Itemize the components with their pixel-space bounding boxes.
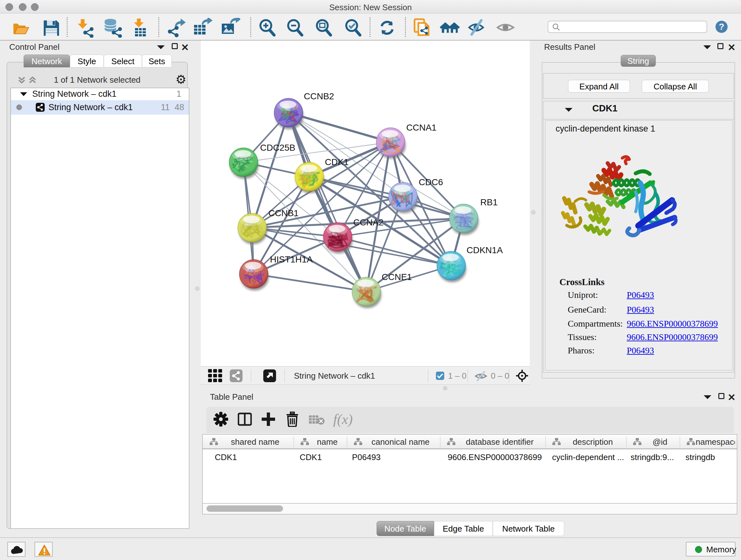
svg-text:CCNB1: CCNB1	[268, 208, 299, 218]
svg-text:CCNE1: CCNE1	[382, 272, 412, 282]
svg-text:RB1: RB1	[480, 197, 497, 207]
svg-text:CCNA1: CCNA1	[406, 123, 436, 132]
svg-text:CDK1: CDK1	[325, 157, 349, 167]
svg-text:CCNB2: CCNB2	[304, 91, 334, 101]
svg-text:CDC6: CDC6	[419, 177, 443, 187]
svg-text:CDC25B: CDC25B	[260, 143, 295, 152]
svg-text:CCNA2: CCNA2	[353, 217, 384, 227]
svg-text:HIST1H1A: HIST1H1A	[270, 254, 313, 264]
svg-text:CDKN1A: CDKN1A	[467, 245, 503, 255]
